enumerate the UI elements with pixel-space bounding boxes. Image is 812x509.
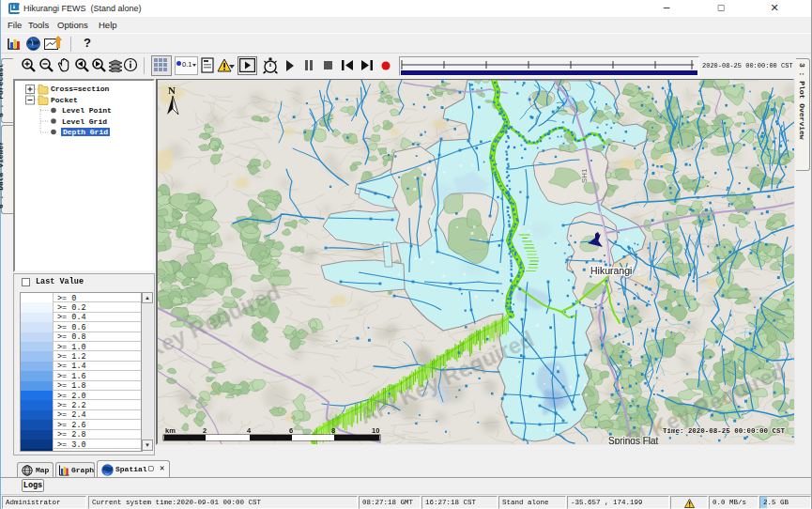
svg-text:8: 8 (331, 426, 335, 435)
svg-text:km: km (165, 426, 176, 435)
svg-text:Time: 2020-08-25 00:00:00 CST: Time: 2020-08-25 00:00:00 CST (663, 427, 785, 435)
svg-text:Hikurangi: Hikurangi (590, 265, 632, 276)
svg-text:6: 6 (289, 426, 293, 435)
svg-text:SH1: SH1 (580, 168, 589, 183)
svg-text:2: 2 (203, 426, 207, 435)
svg-text:10: 10 (372, 426, 379, 435)
svg-text:N: N (168, 85, 176, 96)
svg-text:Springs Flat: Springs Flat (608, 436, 659, 444)
